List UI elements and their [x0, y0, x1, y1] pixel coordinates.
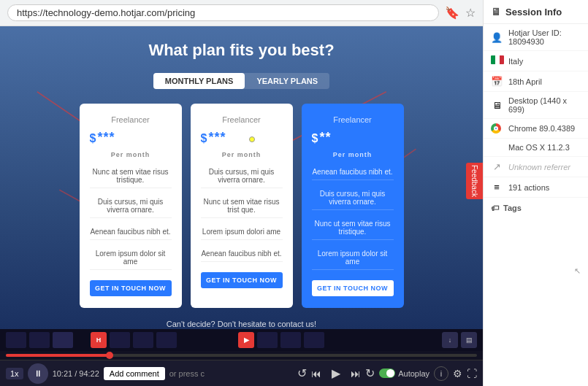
star-icon[interactable]: ☆ — [465, 6, 476, 20]
settings-button[interactable]: ⚙ — [453, 368, 462, 379]
country-label: Italy — [508, 57, 523, 66]
card-3-title: Freelancer — [312, 115, 394, 124]
thumbnails-row: H ▶ ↓ ▤ — [0, 329, 483, 351]
os-label: Mac OS X 11.2.3 — [508, 143, 570, 152]
date-item: 📅 18th April — [484, 72, 588, 92]
card-2-price: $ *** — [201, 130, 283, 145]
card-3-stars: ** — [319, 130, 331, 145]
tags-title: Tags — [503, 204, 522, 212]
pricing-card-3: Freelancer $ ** Per month Aenean faucibu… — [302, 104, 404, 308]
pause-button[interactable]: ⏸ — [28, 363, 48, 384]
pricing-card-1: Freelancer $ *** Per month Nunc at sem v… — [80, 104, 182, 308]
card-3-cta[interactable]: GET IN TOUCH NOW — [312, 280, 394, 296]
card-2-cta[interactable]: GET IN TOUCH NOW — [201, 272, 283, 288]
speed-indicator[interactable]: 1x — [6, 368, 23, 379]
card-1-per-month: Per month — [90, 151, 172, 158]
resolution-label: Desktop (1440 x 699) — [508, 96, 581, 114]
monthly-toggle[interactable]: MONTHLY PLANS — [153, 73, 245, 89]
info-button[interactable]: i — [434, 366, 448, 381]
browser-area: 🔖 ☆ What plan fits you best? — [0, 0, 483, 386]
action-icon-2: ▤ — [461, 332, 477, 348]
card-3-feature-2: Duis cursus, mi quis viverra ornare. — [312, 186, 394, 210]
card-2-title: Freelancer — [201, 115, 283, 124]
tag-icon: 🏷 — [491, 204, 499, 212]
bottom-toolbar: 1x ⏸ 10:21 / 94:22 Add comment or press … — [0, 360, 483, 386]
card-2-feature-3: Lorem ipsum dolori ame — [201, 224, 283, 240]
progress-fill — [6, 354, 110, 357]
referrer-label: Unknown referrer — [508, 163, 570, 171]
thumbnail — [53, 332, 73, 348]
rewind-button[interactable]: ↺ — [297, 366, 307, 380]
page-title: What plan fits you best? — [148, 41, 334, 60]
thumbnail — [257, 332, 278, 348]
heatmap-thumb-icon: H — [91, 332, 107, 348]
session-title: Session Info — [505, 7, 562, 18]
user-icon: 👤 — [491, 32, 503, 43]
card-3-price: $ ** — [312, 130, 394, 145]
thumbnail — [304, 332, 324, 348]
session-panel: 🖥 Session Info 👤 Hotjar User ID: 1809493… — [483, 0, 588, 386]
calendar-icon: 📅 — [491, 76, 503, 87]
card-1-price: $ *** — [90, 130, 172, 145]
or-label: or press c — [169, 369, 205, 378]
thumbnail — [29, 332, 50, 348]
skip-next-button[interactable]: ⏭ — [351, 368, 361, 379]
yearly-toggle[interactable]: YEARLY PLANS — [245, 73, 329, 89]
card-1-stars: *** — [97, 130, 115, 145]
progress-thumb — [106, 352, 113, 359]
card-2-per-month: Per month — [201, 151, 283, 158]
user-id-item: 👤 Hotjar User ID: 18094930 — [484, 24, 588, 51]
pricing-cards: Freelancer $ *** Per month Nunc at sem v… — [65, 104, 419, 308]
country-item: Italy — [484, 51, 588, 72]
card-1-dollar: $ — [90, 132, 96, 145]
card-2-dollar: $ — [201, 132, 207, 145]
progress-track[interactable] — [6, 354, 477, 357]
actions-item: ≡ 191 actions — [484, 177, 588, 198]
cursor-area: ↖ — [484, 223, 588, 283]
progress-track-container[interactable] — [0, 351, 483, 360]
card-2-feature-2: Nunc ut sem vitae risus trist que. — [201, 194, 283, 218]
card-1-cta[interactable]: GET IN TOUCH NOW — [90, 280, 172, 296]
thumbnail — [156, 332, 177, 348]
address-input[interactable] — [7, 4, 439, 21]
autoplay-container: Autoplay — [379, 368, 429, 378]
plan-toggle: MONTHLY PLANS YEARLY PLANS — [153, 73, 329, 89]
card-2-stars: *** — [208, 130, 226, 145]
card-3-dollar: $ — [312, 132, 318, 145]
action-icon-1: ↓ — [442, 332, 458, 348]
referrer-item: ↗ Unknown referrer — [484, 157, 588, 177]
bookmark-icon[interactable]: 🔖 — [445, 6, 459, 20]
cant-decide-text: Can't decide? Don't hesitate to contact … — [167, 320, 316, 328]
feedback-tab[interactable]: Feedback — [466, 163, 483, 199]
thumbnail — [110, 332, 130, 348]
tags-section: 🏷 Tags — [484, 198, 588, 223]
card-3-feature-1: Aenean faucibus nibh et. — [312, 164, 394, 180]
card-1-feature-3: Aenean faucibus nibh et. — [90, 224, 172, 240]
card-1-feature-4: Lorem ipsum dolor sit ame — [90, 246, 172, 270]
recording-thumb-icon: ▶ — [238, 332, 254, 348]
thumbnail — [133, 332, 153, 348]
card-3-feature-3: Nunc ut sem vitae risus tristique. — [312, 216, 394, 240]
card-1-feature-1: Nunc at sem vitae risus tristique. — [90, 164, 172, 188]
add-comment-button[interactable]: Add comment — [104, 367, 165, 380]
card-1-feature-2: Duis cursus, mi quis viverra ornare. — [90, 194, 172, 218]
address-bar: 🔖 ☆ — [0, 0, 483, 26]
actions-icon: ≡ — [491, 182, 503, 193]
resolution-item: 🖥 Desktop (1440 x 699) — [484, 92, 588, 119]
card-3-per-month: Per month — [312, 151, 394, 158]
card-3-feature-4: Lorem ipsum dolor sit ame — [312, 246, 394, 270]
time-display: 10:21 / 94:22 — [53, 369, 99, 378]
thumbnail — [6, 332, 26, 348]
os-item: Mac OS X 11.2.3 — [484, 139, 588, 157]
card-2-feature-4: Aenean faucibus nibh et. — [201, 246, 283, 262]
fullscreen-button[interactable]: ⛶ — [467, 368, 477, 379]
autoplay-toggle[interactable] — [379, 368, 395, 378]
thumbnail — [280, 332, 301, 348]
forward-button[interactable]: ↻ — [365, 366, 375, 380]
actions-label: 191 actions — [508, 183, 549, 192]
chrome-icon — [491, 123, 503, 134]
play-button[interactable]: ▶ — [326, 363, 346, 384]
pricing-card-2: Freelancer $ *** Per month Duis cursus, … — [191, 104, 293, 308]
card-2-feature-1: Duis cursus, mi quis viverra ornare. — [201, 164, 283, 188]
skip-prev-button[interactable]: ⏮ — [311, 368, 321, 379]
